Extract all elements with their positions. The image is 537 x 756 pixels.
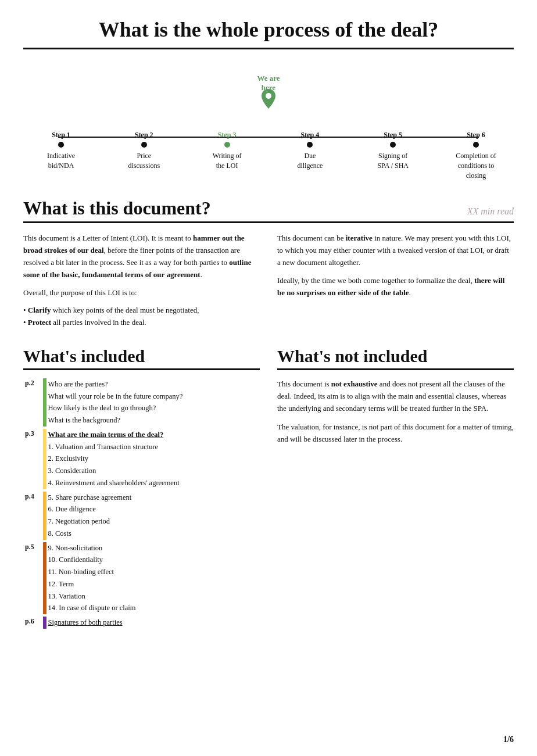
- toc-row-p5-2: 10. Confidentiality: [23, 554, 260, 566]
- min-read-label: XX min read: [467, 206, 514, 217]
- toc-page-p2: p.2: [23, 378, 43, 427]
- doc-title-row: What is this document? XX min read: [23, 198, 514, 219]
- not-included-divider: [277, 368, 514, 370]
- toc-page-p6: p.6: [23, 617, 43, 629]
- header-section: What is the whole process of the deal?: [0, 0, 537, 49]
- timeline-section: We arehere Step 1 Indicativebid/NDA Step…: [0, 61, 537, 192]
- toc-row-p2-4: What is the background?: [23, 414, 260, 427]
- toc-row-p2-2: What will your role be in the future com…: [23, 390, 260, 403]
- not-included-right: What's not included This document is not…: [271, 346, 514, 629]
- toc-row-p5-header: p.5 9. Non-solicitation: [23, 542, 260, 554]
- header-divider: [23, 48, 514, 49]
- toc-row-p2-header: p.2 Who are the parties?: [23, 378, 260, 390]
- step-5-desc: Signing ofSPA / SHA: [377, 151, 409, 171]
- not-included-heading: What's not included: [277, 346, 514, 366]
- timeline-step-5: Step 5 Signing ofSPA / SHA: [355, 131, 431, 180]
- toc-row-p6-header: p.6 Signatures of both parties: [23, 617, 260, 629]
- toc-item-valuation: 1. Valuation and Transaction structure: [46, 441, 260, 453]
- step-3-label: Step 3: [218, 131, 237, 139]
- left-bullets: • Clarify which key points of the deal m…: [23, 304, 260, 329]
- step-4-dot: [307, 142, 313, 148]
- toc-row-p4-2: 6. Due diligence: [23, 503, 260, 515]
- toc-row-p5-4: 12. Term: [23, 578, 260, 590]
- doc-section: What is this document? XX min read: [0, 192, 537, 223]
- toc-item-confidentiality: 10. Confidentiality: [46, 554, 260, 566]
- step-2-label: Step 2: [135, 131, 153, 139]
- step-2-dot: [141, 142, 147, 148]
- svg-point-0: [266, 93, 271, 99]
- toc-row-p3-5: 4. Reinvestment and shareholders' agreem…: [23, 477, 260, 489]
- step-1-label: Step 1: [52, 131, 70, 139]
- included-divider: [23, 368, 260, 370]
- timeline-step-3: Step 3 Writing ofthe LOI: [189, 131, 265, 180]
- two-col-text: This document is a Letter of Intent (LOI…: [0, 232, 537, 335]
- main-title: What is the whole process of the deal?: [23, 17, 514, 42]
- toc-page-p4: p.4: [23, 492, 43, 540]
- toc-item-term: 12. Term: [46, 578, 260, 590]
- toc-row-p5-6: 14. In case of dispute or claim: [23, 602, 260, 614]
- not-included-para-2: The valuation, for instance, is not part…: [277, 421, 514, 446]
- timeline-step-2: Step 2 Pricediscussions: [106, 131, 182, 180]
- timeline-step-4: Step 4 Duediligence: [272, 131, 348, 180]
- right-para-1: This document can be iterative in nature…: [277, 232, 514, 268]
- toc-item-spa: 5. Share purchase agreement: [46, 492, 260, 504]
- toc-row-p4-3: 7. Negotiation period: [23, 515, 260, 528]
- right-para-2: Ideally, by the time we both come togeth…: [277, 275, 514, 299]
- toc-row-p5-5: 13. Variation: [23, 590, 260, 603]
- toc-item-consideration: 3. Consideration: [46, 465, 260, 477]
- toc-item-main-terms: What are the main terms of the deal?: [46, 429, 260, 441]
- toc-row-p5-3: 11. Non-binding effect: [23, 566, 260, 578]
- toc-item-variation: 13. Variation: [46, 590, 260, 603]
- toc-item-non-solicitation: 9. Non-solicitation: [46, 542, 260, 554]
- toc-row-p2-3: How likely is the deal to go through?: [23, 402, 260, 414]
- right-column: This document can be iterative in nature…: [277, 232, 514, 335]
- toc-item-parties: Who are the parties?: [46, 378, 260, 390]
- left-para-2: Overall, the purpose of this LOI is to:: [23, 287, 260, 299]
- toc-item-negotiation: 7. Negotiation period: [46, 515, 260, 528]
- timeline-step-6: Step 6 Completion ofconditions toclosing: [438, 131, 514, 180]
- step-3-dot: [224, 142, 230, 148]
- toc-item-background: What is the background?: [46, 414, 260, 427]
- toc-item-likely: How likely is the deal to go through?: [46, 402, 260, 414]
- page-number: 1/6: [503, 735, 514, 744]
- toc-row-p4-header: p.4 5. Share purchase agreement: [23, 492, 260, 504]
- left-para-1: This document is a Letter of Intent (LOI…: [23, 232, 260, 281]
- step-6-label: Step 6: [467, 131, 485, 139]
- included-left: What's included p.2 Who are the parties?…: [23, 346, 271, 629]
- step-2-desc: Pricediscussions: [128, 151, 160, 171]
- toc-item-dispute: 14. In case of dispute or claim: [46, 602, 260, 614]
- toc-row-p4-4: 8. Costs: [23, 528, 260, 540]
- toc-page-p5: p.5: [23, 542, 43, 615]
- step-4-label: Step 4: [301, 131, 320, 139]
- toc-page-p3: p.3: [23, 429, 43, 489]
- left-column: This document is a Letter of Intent (LOI…: [23, 232, 260, 335]
- step-5-label: Step 5: [384, 131, 402, 139]
- toc-item-exclusivity: 2. Exclusivity: [46, 453, 260, 465]
- timeline-step-1: Step 1 Indicativebid/NDA: [23, 131, 99, 180]
- toc-row-p3-4: 3. Consideration: [23, 465, 260, 477]
- timeline-steps: Step 1 Indicativebid/NDA Step 2 Pricedis…: [23, 131, 514, 180]
- step-5-dot: [390, 142, 396, 148]
- toc-row-p3-3: 2. Exclusivity: [23, 453, 260, 465]
- step-1-desc: Indicativebid/NDA: [47, 151, 75, 171]
- toc-item-costs: 8. Costs: [46, 528, 260, 540]
- included-heading: What's included: [23, 346, 260, 366]
- toc-item-non-binding: 11. Non-binding effect: [46, 566, 260, 578]
- toc-row-p3-header: p.3 What are the main terms of the deal?: [23, 429, 260, 441]
- not-included-para-1: This document is not exhaustive and does…: [277, 378, 514, 414]
- toc-item-due-diligence: 6. Due diligence: [46, 503, 260, 515]
- step-3-desc: Writing ofthe LOI: [213, 151, 242, 171]
- step-6-desc: Completion ofconditions toclosing: [456, 151, 496, 180]
- doc-title: What is this document?: [23, 198, 211, 219]
- toc-item-role: What will your role be in the future com…: [46, 390, 260, 403]
- doc-divider: [23, 221, 514, 223]
- toc-row-p3-2: 1. Valuation and Transaction structure: [23, 441, 260, 453]
- step-4-desc: Duediligence: [297, 151, 323, 171]
- timeline-wrapper: Step 1 Indicativebid/NDA Step 2 Pricedis…: [23, 131, 514, 180]
- toc-item-signatures: Signatures of both parties: [46, 617, 260, 629]
- step-6-dot: [473, 142, 479, 148]
- not-included-text: This document is not exhaustive and does…: [277, 378, 514, 446]
- included-section: What's included p.2 Who are the parties?…: [0, 335, 537, 629]
- location-pin-icon: [262, 89, 275, 109]
- step-1-dot: [58, 142, 64, 148]
